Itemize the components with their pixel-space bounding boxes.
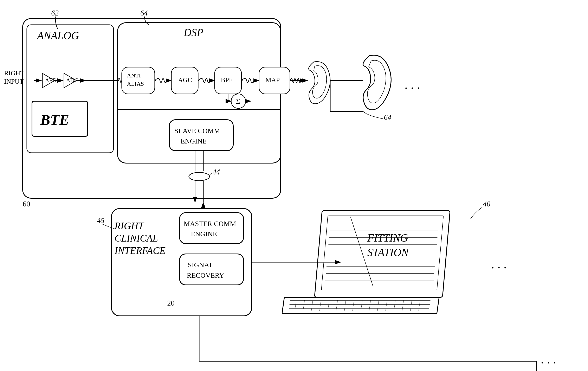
ref-62-label: 62 — [51, 9, 59, 17]
slave-comm-label2: ENGINE — [181, 137, 207, 145]
master-comm-label2: ENGINE — [191, 230, 217, 238]
anti-alias-label: ANTI — [127, 72, 141, 79]
diagram-container: 60 62 ANALOG RIGHT INPUT AFE ADC BTE 64 — [0, 0, 588, 371]
afe-label: AFE — [45, 77, 56, 84]
right-input-label: RIGHT — [4, 69, 24, 77]
ear-symbol-1 — [309, 62, 330, 104]
svg-rect-4 — [27, 25, 114, 153]
dots-right: . . . — [491, 257, 507, 271]
right-clinical-label1: RIGHT — [114, 220, 145, 231]
agc-label: AGC — [178, 76, 192, 84]
svg-rect-29 — [169, 120, 233, 151]
ref-20-label: 20 — [167, 299, 175, 307]
sigma-label: Σ — [236, 97, 240, 105]
signal-recovery-label1: SIGNAL — [188, 261, 214, 269]
dots-ear: . . . — [405, 78, 420, 91]
master-comm-label1: MASTER COMM — [184, 220, 236, 228]
fitting-station-label2: STATION — [367, 246, 409, 258]
dots-bottom: . . . — [541, 352, 556, 366]
svg-rect-56 — [282, 297, 439, 314]
anti-alias-label2: ALIAS — [127, 81, 144, 87]
bte-label: BTE — [40, 112, 69, 128]
svg-rect-36 — [179, 213, 243, 244]
svg-point-32 — [189, 172, 210, 181]
slave-comm-label1: SLAVE COMM — [174, 127, 220, 135]
ref-60-label: 60 — [23, 200, 30, 208]
ref-44-label: 44 — [213, 168, 220, 176]
right-clinical-label2: CLINICAL — [115, 233, 158, 244]
dsp-label: DSP — [183, 27, 203, 38]
svg-rect-37 — [179, 254, 243, 285]
ref-64-top-label: 64 — [140, 9, 148, 17]
svg-rect-3 — [23, 19, 281, 198]
right-clinical-label3: INTERFACE — [114, 245, 166, 256]
right-input-label2: INPUT — [4, 78, 24, 85]
analog-label: ANALOG — [37, 30, 79, 42]
ref-40-label: 40 — [483, 200, 490, 208]
map-label: MAP — [265, 76, 280, 84]
ref-64-right-label: 64 — [384, 113, 391, 121]
bpf-label: BPF — [221, 76, 233, 84]
ear-symbol-2 — [363, 55, 391, 110]
signal-recovery-label2: RECOVERY — [187, 272, 224, 279]
fitting-station-label1: FITTING — [367, 232, 408, 244]
ref-45-label: 45 — [97, 216, 105, 225]
